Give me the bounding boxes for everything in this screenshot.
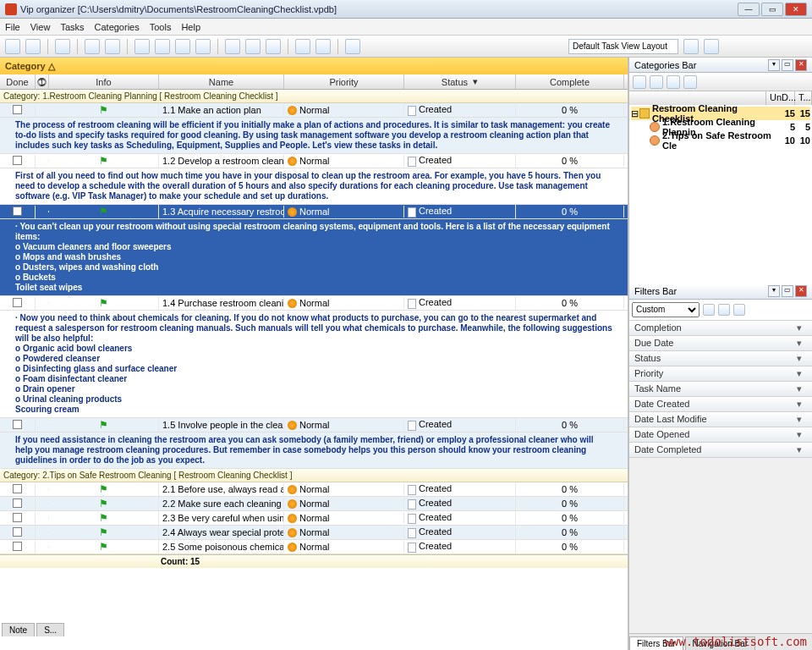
layout-add-icon[interactable] <box>683 39 699 54</box>
cat-new-icon[interactable] <box>633 75 646 89</box>
chevron-down-icon[interactable]: ▾ <box>797 383 807 394</box>
filter-add-icon[interactable] <box>703 304 715 316</box>
new-icon[interactable] <box>5 39 20 54</box>
menu-help[interactable]: Help <box>181 22 200 32</box>
col-name[interactable]: Name <box>159 74 284 89</box>
col-priority[interactable]: Priority <box>284 74 404 89</box>
filter-row[interactable]: Completion▾ <box>629 321 812 336</box>
panel-close-icon[interactable]: ✕ <box>795 285 807 297</box>
grid-body[interactable]: Category: 1.Restroom Cleaning Planning [… <box>0 90 628 650</box>
task-row[interactable]: ⚑ 2.4 Always wear special protective Nor… <box>0 526 628 540</box>
filter-select[interactable]: Custom <box>632 302 700 317</box>
task-complete: 0 % <box>516 512 624 524</box>
menu-tools[interactable]: Tools <box>150 22 172 32</box>
layout-del-icon[interactable] <box>704 39 719 54</box>
task-complete: 0 % <box>516 104 624 116</box>
layout-selector[interactable] <box>568 39 678 54</box>
undo-icon[interactable] <box>85 39 100 54</box>
open-icon[interactable] <box>25 39 41 54</box>
panel-pin-icon[interactable]: ▭ <box>782 59 793 71</box>
checkbox[interactable] <box>13 484 22 493</box>
filter-edit-icon[interactable] <box>718 304 730 316</box>
category-row-1[interactable]: Category: 1.Restroom Cleaning Planning [… <box>0 90 628 103</box>
panel-menu-icon[interactable]: ▾ <box>768 285 780 297</box>
chevron-down-icon[interactable]: ▾ <box>797 353 807 364</box>
tree-child-2[interactable]: 2.Tips on Safe Restroom Cle 10 10 <box>631 134 810 147</box>
minimize-button[interactable]: — <box>738 3 760 16</box>
tab-note[interactable]: Note <box>2 623 35 636</box>
delete-icon[interactable] <box>195 39 211 54</box>
redo-icon[interactable] <box>105 39 120 54</box>
task-row[interactable]: ⚑ 1.3 Acquire necessary restroom Normal … <box>0 205 628 219</box>
col-complete[interactable]: Complete <box>516 74 624 89</box>
checkbox[interactable] <box>13 527 22 537</box>
task-row[interactable]: ⚑ 2.1 Before use, always read a Normal C… <box>0 482 628 497</box>
task-row[interactable]: ⚑ 1.4 Purchase restroom cleaning Normal … <box>0 296 628 311</box>
menu-view[interactable]: View <box>30 22 51 32</box>
filter-row[interactable]: Date Last Modifie▾ <box>629 412 812 427</box>
chevron-down-icon[interactable]: ▾ <box>797 322 807 333</box>
cat-refresh-icon[interactable] <box>683 75 697 89</box>
filter-row[interactable]: Date Completed▾ <box>629 443 812 458</box>
chevron-down-icon[interactable]: ▾ <box>797 429 807 440</box>
checkbox[interactable] <box>13 298 22 307</box>
task-row[interactable]: ⚑ 1.1 Make an action plan Normal Created… <box>0 103 628 118</box>
col-done[interactable]: Done <box>0 74 36 89</box>
task-row[interactable]: ⚑ 2.3 Be very careful when using Normal … <box>0 511 628 526</box>
print-icon[interactable] <box>55 39 70 54</box>
copy-icon[interactable] <box>155 39 170 54</box>
task-row[interactable]: ⚑ 2.5 Some poisonous chemicals Normal Cr… <box>0 540 628 554</box>
cut-icon[interactable] <box>134 39 150 54</box>
filter-row[interactable]: Date Created▾ <box>629 397 812 412</box>
close-button[interactable]: ✕ <box>785 3 807 16</box>
task-row[interactable]: ⚑ 2.2 Make sure each cleaning Normal Cre… <box>0 497 628 511</box>
col-status[interactable]: Status ▾ <box>404 74 516 89</box>
nav2-icon[interactable] <box>245 39 261 54</box>
filter-row[interactable]: Due Date▾ <box>629 336 812 351</box>
flag-icon[interactable] <box>345 39 360 54</box>
menu-categories[interactable]: Categories <box>95 22 140 32</box>
filter-row[interactable]: Status▾ <box>629 351 812 366</box>
view1-icon[interactable] <box>295 39 310 54</box>
view2-icon[interactable] <box>315 39 331 54</box>
panel-close-icon[interactable]: ✕ <box>795 59 807 71</box>
col-info[interactable]: Info <box>49 74 159 89</box>
panel-menu-icon[interactable]: ▾ <box>768 59 780 71</box>
categories-tree[interactable]: ⊟ Restroom Cleaning Checklist 15 15 1.Re… <box>629 105 812 284</box>
chevron-down-icon[interactable]: ▾ <box>797 368 807 379</box>
nav1-icon[interactable] <box>225 39 240 54</box>
task-description: If you need assistance in cleaning the r… <box>0 432 628 469</box>
filter-del-icon[interactable] <box>733 304 745 316</box>
nav3-icon[interactable] <box>266 39 281 54</box>
checkbox[interactable] <box>13 499 22 508</box>
checkbox[interactable] <box>13 513 22 522</box>
cat-edit-icon[interactable] <box>650 75 663 89</box>
checkbox[interactable] <box>13 156 22 165</box>
task-row[interactable]: ⚑ 1.2 Develop a restroom cleaning Normal… <box>0 154 628 168</box>
paste-icon[interactable] <box>175 39 190 54</box>
cat-del-icon[interactable] <box>667 75 680 89</box>
filter-row[interactable]: Priority▾ <box>629 366 812 382</box>
menu-tasks[interactable]: Tasks <box>60 22 84 32</box>
panel-pin-icon[interactable]: ▭ <box>782 285 793 297</box>
tab-s[interactable]: S... <box>36 623 64 636</box>
chevron-down-icon[interactable]: ▾ <box>797 399 807 410</box>
checkbox[interactable] <box>13 420 22 429</box>
checkbox[interactable] <box>13 105 22 114</box>
task-row[interactable]: ⚑ 1.5 Involve people in the cleaning Nor… <box>0 418 628 432</box>
checkbox[interactable] <box>13 542 22 551</box>
chevron-down-icon[interactable]: ▾ <box>797 414 807 425</box>
flag-icon: ⚑ <box>99 512 108 524</box>
maximize-button[interactable]: ▭ <box>761 3 783 16</box>
priority-icon <box>288 157 297 166</box>
filter-row[interactable]: Date Opened▾ <box>629 427 812 443</box>
checkbox[interactable] <box>13 207 22 216</box>
chevron-down-icon[interactable]: ▾ <box>797 338 807 349</box>
chevron-down-icon[interactable]: ▾ <box>797 444 807 455</box>
menu-file[interactable]: File <box>5 22 20 32</box>
category-band[interactable]: Category △ <box>0 58 628 74</box>
flag-icon: ⚑ <box>99 419 108 431</box>
filter-row[interactable]: Task Name▾ <box>629 382 812 397</box>
col-flag-icon[interactable]: ⓵ <box>36 74 49 89</box>
category-row-2[interactable]: Category: 2.Tips on Safe Restroom Cleani… <box>0 469 628 482</box>
